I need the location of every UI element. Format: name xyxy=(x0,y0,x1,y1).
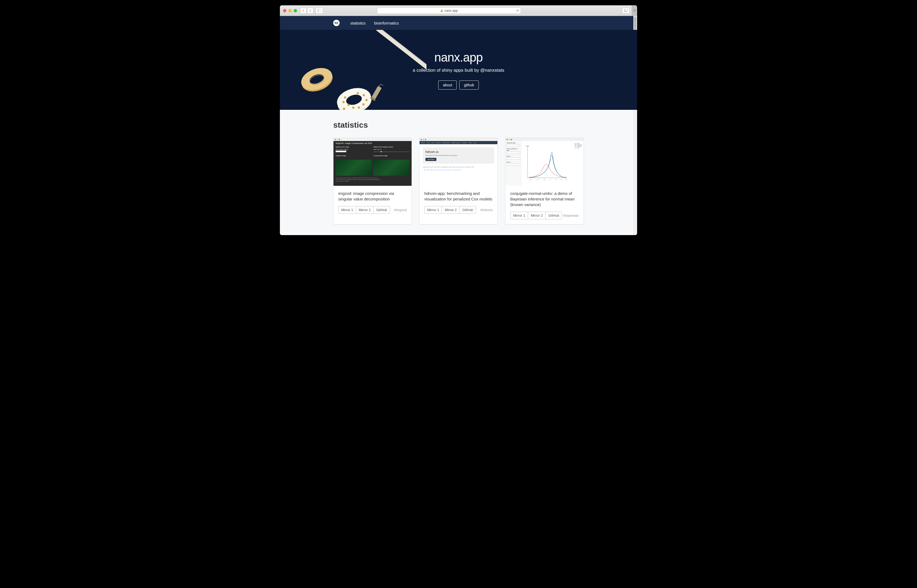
card-title: hdnom-app: benchmarking and visualizatio… xyxy=(425,191,493,202)
card-grid: ImgSVD: Image Compression via SVD Upload… xyxy=(333,137,584,225)
mirror1-button[interactable]: Mirror 1 xyxy=(338,206,356,214)
lock-icon: 🔒 xyxy=(440,9,443,12)
sidebar-toggle-button[interactable] xyxy=(316,8,323,14)
github-card-button[interactable]: GitHub xyxy=(546,212,562,220)
app-card-bayesian: Observed data: Known variance of data: P… xyxy=(505,137,584,225)
card-button-group: Mirror 1 Mirror 2 GitHub xyxy=(338,206,390,214)
browser-chrome: 🔒 nanx.app ⟳ + xyxy=(280,5,637,16)
github-card-button[interactable]: GitHub xyxy=(373,206,390,214)
show-tabs-button[interactable] xyxy=(622,8,630,14)
hero-section: nanx.app a collection of shiny apps buil… xyxy=(280,30,637,110)
back-button[interactable] xyxy=(300,8,307,14)
svg-text:60: 60 xyxy=(566,179,567,180)
browser-window: 🔒 nanx.app ⟳ + NX statistics bioinformat… xyxy=(280,5,637,235)
hero-buttons: about github xyxy=(438,81,478,90)
svg-rect-3 xyxy=(625,9,628,11)
about-button[interactable]: about xyxy=(438,81,457,90)
card-preview: hdnom.io Home Data Nomogram Model Valida… xyxy=(420,138,498,186)
svg-rect-0 xyxy=(318,9,321,12)
github-card-button[interactable]: GitHub xyxy=(459,206,476,214)
close-window-button[interactable] xyxy=(283,9,286,12)
svg-rect-4 xyxy=(376,30,426,76)
svg-text:20: 20 xyxy=(555,179,557,180)
card-preview: ImgSVD: Image Compression via SVD Upload… xyxy=(334,138,412,186)
app-card-hdnom: hdnom.io Home Data Nomogram Model Valida… xyxy=(419,137,498,225)
card-button-group: Mirror 1 Mirror 2 GitHub xyxy=(510,212,562,220)
svg-text:0: 0 xyxy=(550,179,551,180)
svg-text:-20: -20 xyxy=(544,179,546,180)
svg-rect-24 xyxy=(371,86,382,99)
svg-text:-40: -40 xyxy=(537,179,539,180)
svg-text:40: 40 xyxy=(561,179,562,180)
site-logo[interactable]: NX xyxy=(333,20,340,26)
card-tag: #hdnom xyxy=(480,208,492,212)
statistics-section: statistics ImgSVD: Image Compression via… xyxy=(280,110,637,235)
address-bar[interactable]: 🔒 nanx.app ⟳ xyxy=(377,8,521,14)
forward-button[interactable] xyxy=(307,8,313,14)
hero-decoration xyxy=(280,30,426,110)
mirror2-button[interactable]: Mirror 2 xyxy=(528,212,546,220)
mirror2-button[interactable]: Mirror 2 xyxy=(442,206,460,214)
mirror1-button[interactable]: Mirror 1 xyxy=(425,206,442,214)
card-tag: #imgsvd xyxy=(394,208,407,212)
new-tab-button[interactable]: + xyxy=(632,6,637,16)
app-card-imgsvd: ImgSVD: Image Compression via SVD Upload… xyxy=(333,137,412,225)
traffic-lights xyxy=(283,9,297,12)
section-title: statistics xyxy=(333,121,584,129)
url-text: nanx.app xyxy=(445,9,458,13)
reload-icon[interactable]: ⟳ xyxy=(517,9,519,13)
nav-link-bioinformatics[interactable]: bioinformatics xyxy=(374,21,399,25)
mirror1-button[interactable]: Mirror 1 xyxy=(510,212,528,220)
svg-text:-60: -60 xyxy=(530,179,532,180)
maximize-window-button[interactable] xyxy=(294,9,297,12)
card-title: imgsvd: image compression via singular v… xyxy=(338,191,407,202)
card-button-group: Mirror 1 Mirror 2 GitHub xyxy=(425,206,476,214)
github-button[interactable]: github xyxy=(459,81,478,90)
nav-back-forward xyxy=(300,8,313,14)
card-tag: #bayesian xyxy=(563,213,579,218)
nav-link-statistics[interactable]: statistics xyxy=(350,21,366,25)
mirror2-button[interactable]: Mirror 2 xyxy=(356,206,374,214)
hero-title: nanx.app xyxy=(434,50,483,65)
minimize-window-button[interactable] xyxy=(289,9,292,12)
card-title: conjugate-normal-umkv: a demo of Bayesia… xyxy=(510,191,579,207)
page-content: NX statistics bioinformatics xyxy=(280,16,637,235)
card-preview: Observed data: Known variance of data: P… xyxy=(505,138,583,186)
svg-text:Density: Density xyxy=(526,145,529,147)
site-navbar: NX statistics bioinformatics xyxy=(280,16,637,30)
